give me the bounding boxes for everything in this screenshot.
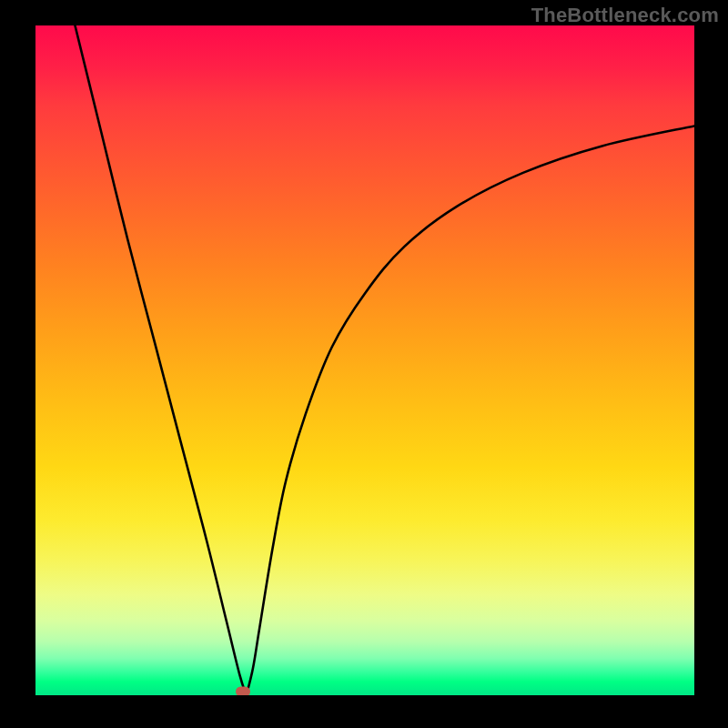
frame-border-left	[0, 0, 35, 728]
minimum-marker	[236, 687, 250, 696]
frame-border-bottom	[0, 695, 728, 728]
bottleneck-curve	[35, 25, 694, 695]
plot-area	[35, 25, 694, 695]
curve-right-branch	[247, 126, 694, 695]
watermark-label: TheBottleneck.com	[531, 4, 719, 27]
curve-left-branch	[75, 25, 246, 695]
chart-container: TheBottleneck.com	[0, 0, 728, 728]
frame-border-right	[694, 0, 728, 728]
